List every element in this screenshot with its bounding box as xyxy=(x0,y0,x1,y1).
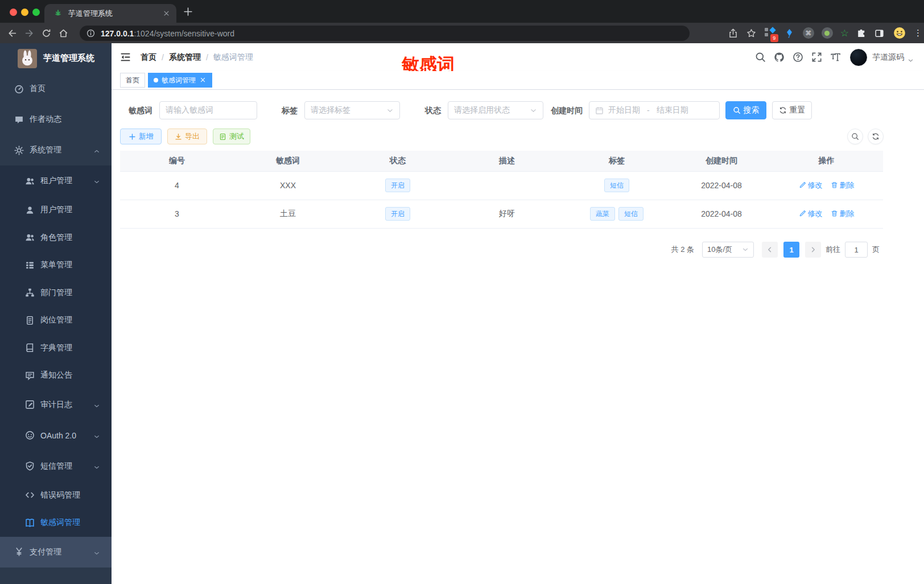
sidebar-item-author-news[interactable]: 作者动态 xyxy=(0,104,112,135)
tag-select[interactable]: 请选择标签 xyxy=(304,101,400,119)
tab-sensitive-word[interactable]: 敏感词管理 xyxy=(148,73,212,88)
window-zoom-button[interactable] xyxy=(32,9,40,16)
next-page-button[interactable] xyxy=(805,242,821,258)
browser-tab[interactable]: 芋道管理系统 xyxy=(44,4,176,23)
side-panel-icon[interactable] xyxy=(874,28,884,38)
table-search-toggle-button[interactable] xyxy=(847,129,863,144)
sidebar-item-dict[interactable]: 字典管理 xyxy=(0,334,112,362)
export-button[interactable]: 导出 xyxy=(167,129,207,144)
keyword-input[interactable]: 请输入敏感词 xyxy=(159,101,257,119)
sidebar-item-label: 字典管理 xyxy=(40,343,72,353)
edit-link[interactable]: 修改 xyxy=(799,180,823,190)
home-icon[interactable] xyxy=(59,28,68,38)
column-header: 编号 xyxy=(120,151,234,171)
green-dot xyxy=(824,31,830,36)
export-button-label: 导出 xyxy=(185,131,200,142)
site-info-icon[interactable] xyxy=(86,29,95,38)
status-select[interactable]: 请选择启用状态 xyxy=(448,101,543,119)
profile-avatar-icon[interactable] xyxy=(893,26,906,40)
sidebar-item-audit-log[interactable]: 审计日志 xyxy=(0,390,112,420)
breadcrumb: 首页/系统管理/敏感词管理 xyxy=(141,52,253,63)
chevron-down-icon xyxy=(93,177,100,184)
goto-prefix: 前往 xyxy=(826,245,840,255)
tab-close-icon[interactable] xyxy=(162,9,171,18)
delete-link[interactable]: 删除 xyxy=(831,180,855,190)
filter-create-time-label: 创建时间 xyxy=(551,101,583,119)
sidebar-item-system[interactable]: 系统管理 xyxy=(0,135,112,165)
github-icon[interactable] xyxy=(774,52,785,63)
share-icon[interactable] xyxy=(728,28,738,38)
kite-extension-icon[interactable] xyxy=(785,28,794,38)
recorder-extension-icon[interactable] xyxy=(822,27,833,39)
search-icon[interactable] xyxy=(755,52,766,63)
page-size-select[interactable]: 10条/页 xyxy=(702,242,754,258)
star-extension-icon[interactable]: ☆ xyxy=(840,28,849,38)
forward-icon[interactable] xyxy=(24,28,34,38)
sidebar-fold-icon[interactable] xyxy=(120,52,131,63)
tab-close-icon[interactable] xyxy=(200,77,207,84)
user-avatar[interactable] xyxy=(850,49,867,66)
sidebar-item-error-code[interactable]: 错误码管理 xyxy=(0,482,112,510)
sidebar-item-pay[interactable]: 支付管理 xyxy=(0,537,112,568)
bookmark-star-icon[interactable] xyxy=(746,28,756,38)
sidebar-item-label: 错误码管理 xyxy=(40,490,80,500)
window-close-button[interactable] xyxy=(10,9,17,16)
chevron-down-icon xyxy=(93,432,100,439)
back-icon[interactable] xyxy=(7,28,17,38)
sidebar-item-notice[interactable]: 通知公告 xyxy=(0,362,112,390)
font-size-icon[interactable] xyxy=(830,52,841,63)
sidebar-item-user[interactable]: 用户管理 xyxy=(0,196,112,224)
tag-badge: 短信 xyxy=(604,179,629,192)
tab-home[interactable]: 首页 xyxy=(120,73,145,88)
extension-grid-icon[interactable]: 9 xyxy=(765,28,775,38)
breadcrumb-item[interactable]: 系统管理 xyxy=(169,52,201,63)
sidebar-item-dept[interactable]: 部门管理 xyxy=(0,279,112,307)
delete-link[interactable]: 删除 xyxy=(831,209,855,219)
url-path: :1024/system/sensitive-word xyxy=(134,29,234,38)
goto-page-input[interactable] xyxy=(845,242,868,258)
new-tab-button[interactable] xyxy=(183,7,193,16)
app-logo-row[interactable]: 芋道管理系统 xyxy=(0,43,112,73)
add-button[interactable]: 新增 xyxy=(120,129,162,144)
page-number-button[interactable]: 1 xyxy=(783,242,799,258)
test-button[interactable]: 测试 xyxy=(213,129,250,144)
help-icon[interactable] xyxy=(793,52,803,63)
sidebar-item-sms[interactable]: 短信管理 xyxy=(0,451,112,482)
sidebar-item-home[interactable]: 首页 xyxy=(0,73,112,104)
breadcrumb-item[interactable]: 首页 xyxy=(141,52,156,63)
reset-button[interactable]: 重置 xyxy=(772,101,812,119)
notice-icon xyxy=(25,371,35,380)
filter-keyword-label: 敏感词 xyxy=(129,101,152,119)
delete-link-label: 删除 xyxy=(840,180,855,190)
url-bar[interactable]: 127.0.0.1:1024/system/sensitive-word xyxy=(80,26,690,41)
window-minimize-button[interactable] xyxy=(21,9,28,16)
reload-icon[interactable] xyxy=(42,28,51,38)
browser-menu-icon[interactable]: ⋮ xyxy=(914,28,917,38)
edit-link-label: 修改 xyxy=(808,209,823,219)
search-button-label: 搜索 xyxy=(744,105,760,115)
prev-page-button[interactable] xyxy=(762,242,778,258)
search-button[interactable]: 搜索 xyxy=(725,101,766,119)
sidebar-item-label: 首页 xyxy=(30,84,46,94)
date-range-picker[interactable]: 开始日期 - 结束日期 xyxy=(589,101,720,119)
dashboard-icon xyxy=(14,84,24,94)
chevron-down-icon[interactable] xyxy=(908,56,914,62)
edit-link[interactable]: 修改 xyxy=(799,209,823,219)
cell-actions: 修改删除 xyxy=(770,200,883,228)
extension-badge: 9 xyxy=(770,34,778,42)
breadcrumb-item: 敏感词管理 xyxy=(213,52,253,63)
page-size-value: 10条/页 xyxy=(707,245,732,255)
table-refresh-button[interactable] xyxy=(868,129,884,144)
fullscreen-icon[interactable] xyxy=(811,52,822,63)
puzzle-extensions-icon[interactable] xyxy=(856,28,866,38)
sidebar-item-tenant[interactable]: 租户管理 xyxy=(0,165,112,196)
pagination: 共 2 条 10条/页 1 前往 页 xyxy=(671,242,880,258)
sidebar-item-role[interactable]: 角色管理 xyxy=(0,224,112,252)
command-extension-icon[interactable]: ⌘ xyxy=(803,27,814,39)
sidebar-item-oauth2[interactable]: OAuth 2.0 xyxy=(0,420,112,451)
sidebar-item-post[interactable]: 岗位管理 xyxy=(0,307,112,334)
sidebar-item-sensitive-word[interactable]: 敏感词管理 xyxy=(0,509,112,537)
chat-icon xyxy=(14,115,24,125)
sidebar-item-menu[interactable]: 菜单管理 xyxy=(0,251,112,279)
cell-tags: 蔬菜短信 xyxy=(560,200,673,228)
